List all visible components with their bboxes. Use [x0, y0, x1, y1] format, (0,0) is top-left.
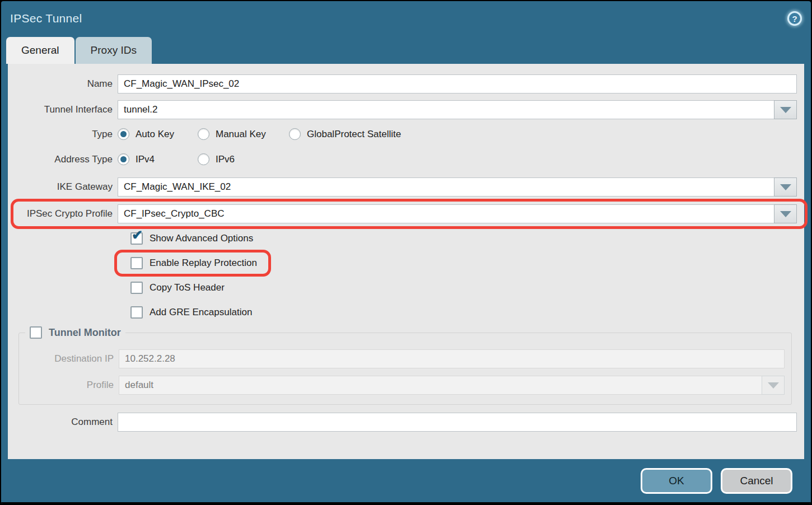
cancel-button[interactable]: Cancel: [721, 468, 792, 494]
type-label: Type: [8, 129, 118, 140]
tunnel-monitor-legend: Tunnel Monitor: [25, 326, 125, 339]
address-type-radio-group: IPv4 IPv6: [118, 153, 797, 165]
ike-gateway-input[interactable]: [118, 177, 774, 197]
radio-button-icon: [198, 153, 209, 165]
type-row: Type Auto Key Manual Key GlobalProtect S…: [8, 128, 804, 140]
comment-field: [118, 413, 797, 432]
profile-field: [119, 376, 785, 395]
address-type-label: Address Type: [8, 154, 118, 165]
add-gre-encapsulation-row[interactable]: Add GRE Encapsulation: [130, 306, 252, 319]
ipsec-tunnel-dialog: IPSec Tunnel ? General Proxy IDs Name Tu…: [0, 0, 812, 505]
profile-label: Profile: [19, 380, 119, 391]
add-gre-encapsulation-checkbox[interactable]: [130, 306, 143, 319]
general-tab-panel: Name Tunnel Interface Type Auto Key: [8, 64, 804, 459]
destination-ip-field: [119, 349, 785, 368]
chevron-down-icon: [780, 211, 791, 217]
dialog-footer: OK Cancel: [1, 459, 811, 504]
dialog-titlebar: IPSec Tunnel ?: [1, 1, 811, 36]
name-input[interactable]: [118, 74, 797, 93]
destination-ip-label: Destination IP: [19, 353, 119, 364]
radio-button-icon: [198, 128, 209, 140]
name-label: Name: [8, 78, 118, 90]
chevron-down-icon: [780, 184, 791, 190]
type-radio-group: Auto Key Manual Key GlobalProtect Satell…: [118, 128, 797, 140]
enable-replay-protection-label: Enable Replay Protection: [150, 258, 257, 269]
tunnel-interface-label: Tunnel Interface: [8, 104, 118, 115]
copy-tos-header-label: Copy ToS Header: [150, 282, 225, 293]
tab-proxy-ids[interactable]: Proxy IDs: [76, 37, 152, 64]
copy-tos-header-row[interactable]: Copy ToS Header: [130, 282, 225, 294]
address-type-row: Address Type IPv4 IPv6: [8, 153, 804, 165]
ike-gateway-label: IKE Gateway: [8, 181, 118, 193]
tunnel-monitor-checkbox[interactable]: [30, 326, 42, 339]
ok-button[interactable]: OK: [641, 468, 712, 494]
radio-ipv6[interactable]: IPv6: [198, 153, 235, 165]
comment-label: Comment: [8, 417, 118, 428]
enable-replay-protection-row[interactable]: Enable Replay Protection: [130, 257, 257, 269]
show-advanced-options-checkbox[interactable]: ✔: [130, 232, 143, 245]
enable-replay-protection-checkbox[interactable]: [130, 257, 143, 269]
chevron-down-icon: [780, 107, 791, 113]
profile-dropdown-trigger: [762, 376, 785, 395]
ipsec-crypto-profile-row: IPSec Crypto Profile: [8, 204, 804, 223]
ike-gateway-dropdown-trigger[interactable]: [774, 177, 797, 197]
copy-tos-header-checkbox[interactable]: [130, 282, 143, 294]
radio-ipv4[interactable]: IPv4: [118, 153, 198, 165]
question-mark-glyph: ?: [789, 13, 800, 24]
help-icon[interactable]: ?: [787, 11, 802, 26]
dialog-title: IPSec Tunnel: [10, 12, 82, 25]
destination-ip-row: Destination IP: [19, 349, 791, 368]
comment-row: Comment: [8, 413, 804, 432]
show-advanced-options-label: Show Advanced Options: [150, 233, 253, 244]
ipsec-crypto-profile-field: [118, 204, 797, 223]
profile-input: [119, 376, 762, 395]
radio-manual-key[interactable]: Manual Key: [198, 128, 289, 140]
profile-row: Profile: [19, 376, 791, 395]
name-row: Name: [8, 74, 804, 93]
tab-general[interactable]: General: [6, 37, 74, 64]
tunnel-interface-input[interactable]: [118, 100, 774, 119]
ipsec-crypto-profile-input[interactable]: [118, 204, 774, 223]
radio-auto-key[interactable]: Auto Key: [118, 128, 198, 140]
tab-bar: General Proxy IDs: [1, 36, 811, 64]
destination-ip-input: [119, 349, 785, 368]
radio-globalprotect-satellite[interactable]: GlobalProtect Satellite: [289, 128, 401, 140]
ipsec-crypto-profile-label: IPSec Crypto Profile: [8, 208, 118, 219]
name-field: [118, 74, 797, 93]
ike-gateway-row: IKE Gateway: [8, 177, 804, 197]
tunnel-interface-field: [118, 100, 797, 119]
radio-button-icon: [118, 128, 129, 140]
radio-button-icon: [118, 153, 129, 165]
radio-button-icon: [289, 128, 301, 140]
chevron-down-icon: [768, 382, 779, 389]
tunnel-monitor-group: Tunnel Monitor Destination IP Profile: [18, 326, 792, 405]
comment-input[interactable]: [118, 413, 797, 432]
ipsec-crypto-profile-dropdown-trigger[interactable]: [774, 204, 797, 223]
tunnel-monitor-label: Tunnel Monitor: [49, 327, 121, 339]
show-advanced-options-row[interactable]: ✔ Show Advanced Options: [130, 232, 253, 245]
tunnel-interface-row: Tunnel Interface: [8, 100, 804, 119]
ike-gateway-field: [118, 177, 797, 197]
check-icon: ✔: [132, 228, 143, 242]
tunnel-interface-dropdown-trigger[interactable]: [774, 100, 797, 119]
add-gre-encapsulation-label: Add GRE Encapsulation: [150, 307, 252, 318]
